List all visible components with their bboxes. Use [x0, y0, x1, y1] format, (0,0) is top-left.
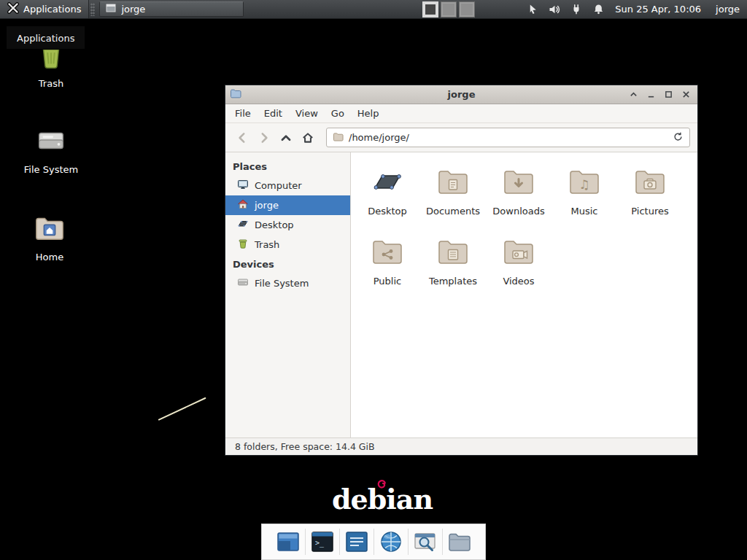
- drive-icon: [237, 276, 249, 290]
- desktop-surface-icon: [237, 218, 249, 232]
- menu-go[interactable]: Go: [325, 106, 351, 121]
- folder-public[interactable]: Public: [355, 234, 420, 304]
- window-body: Places Computer jorge Desktop: [225, 152, 697, 438]
- sidebar-item-label: Desktop: [255, 219, 294, 230]
- wallpaper-scratch-line: [158, 397, 206, 421]
- desktop-surface-icon: [370, 164, 405, 202]
- tray-window-frame-icon[interactable]: [422, 1, 438, 18]
- maximize-button[interactable]: [661, 88, 676, 102]
- menu-view[interactable]: View: [289, 106, 325, 121]
- clock[interactable]: Sun 25 Apr, 10:06: [615, 4, 701, 15]
- reload-icon[interactable]: [673, 131, 684, 144]
- panel-right-area: Sun 25 Apr, 10:06 jorge: [422, 1, 747, 18]
- statusbar: 8 folders, Free space: 14.4 GiB: [225, 438, 697, 455]
- desktop-icon-label: File System: [24, 164, 78, 175]
- drive-icon: [34, 124, 68, 160]
- volume-icon[interactable]: [548, 3, 561, 16]
- shade-button[interactable]: [626, 88, 640, 102]
- minimize-button[interactable]: [643, 88, 658, 102]
- window-controls: [626, 88, 693, 102]
- globe-icon: [378, 529, 404, 555]
- debian-swirl-icon: [375, 479, 387, 491]
- downloads-folder-icon: [501, 164, 536, 202]
- show-desktop-launcher[interactable]: [271, 526, 305, 558]
- terminal-launcher[interactable]: >_: [306, 526, 339, 558]
- toolbar: /home/jorge/: [225, 123, 697, 152]
- taskbar-window-icon: [106, 3, 116, 15]
- taskbar-window-button[interactable]: jorge: [99, 1, 244, 17]
- system-tray: [422, 1, 475, 18]
- sidebar: Places Computer jorge Desktop: [225, 152, 351, 438]
- folder-downloads[interactable]: Downloads: [486, 164, 551, 234]
- debian-logo: debian: [332, 483, 427, 518]
- folder-templates[interactable]: Templates: [420, 234, 486, 304]
- forward-button[interactable]: [255, 128, 274, 147]
- folder-label: Videos: [503, 276, 534, 287]
- menubar: File Edit View Go Help: [225, 104, 697, 123]
- menu-help[interactable]: Help: [351, 106, 386, 121]
- menu-file[interactable]: File: [228, 106, 258, 121]
- sidebar-item-file-system[interactable]: File System: [225, 273, 350, 293]
- sidebar-item-label: jorge: [255, 200, 279, 211]
- sidebar-item-trash[interactable]: Trash: [225, 235, 350, 254]
- web-browser-launcher[interactable]: [374, 526, 408, 558]
- desktop-icon-label: Home: [36, 252, 63, 262]
- trash-icon: [237, 238, 249, 252]
- folder-label: Documents: [426, 206, 480, 217]
- home-button[interactable]: [298, 128, 317, 147]
- text-terminal-icon: [344, 529, 370, 555]
- svg-text:>_: >_: [315, 539, 325, 548]
- folder-icon: [446, 529, 473, 555]
- desktop-icon-label: Trash: [39, 78, 63, 89]
- menu-edit[interactable]: Edit: [258, 106, 289, 121]
- folder-label: Music: [571, 206, 598, 217]
- documents-folder-icon: [436, 164, 471, 202]
- file-icon-view: Desktop Documents: [351, 152, 697, 438]
- up-button[interactable]: [276, 128, 295, 147]
- sidebar-item-label: Trash: [255, 239, 279, 250]
- videos-folder-icon: [501, 234, 536, 272]
- application-finder-launcher[interactable]: [409, 526, 442, 558]
- folder-music[interactable]: ♫ Music: [551, 164, 617, 234]
- sidebar-item-desktop[interactable]: Desktop: [225, 215, 350, 235]
- sidebar-item-jorge[interactable]: jorge: [225, 195, 350, 215]
- sidebar-item-computer[interactable]: Computer: [225, 176, 350, 195]
- applications-menu-label: Applications: [23, 4, 81, 15]
- file-manager-launcher[interactable]: [443, 526, 476, 558]
- bottom-dock: >_: [261, 524, 486, 560]
- folder-desktop[interactable]: Desktop: [355, 164, 420, 234]
- path-text[interactable]: /home/jorge/: [349, 132, 667, 143]
- file-manager-window: jorge File Edit View Go Help: [225, 85, 698, 456]
- back-button[interactable]: [233, 128, 252, 147]
- sidebar-item-label: Computer: [255, 180, 302, 191]
- panel-separator-handle: [90, 3, 95, 16]
- session-user-label[interactable]: jorge: [716, 4, 740, 15]
- location-bar[interactable]: /home/jorge/: [326, 128, 690, 147]
- xfce-logo-icon: [7, 2, 19, 16]
- folder-videos[interactable]: Videos: [486, 234, 551, 304]
- desktop-icon-file-system[interactable]: File System: [15, 124, 88, 175]
- places-header: Places: [225, 157, 350, 176]
- show-desktop-icon: [275, 529, 301, 555]
- close-button[interactable]: [678, 88, 693, 102]
- public-folder-icon: [370, 234, 405, 272]
- pictures-folder-icon: [632, 164, 667, 202]
- desktop-icon-home[interactable]: Home: [13, 211, 86, 262]
- folder-label: Desktop: [368, 206, 407, 217]
- folder-documents[interactable]: Documents: [420, 164, 486, 234]
- svg-text:♫: ♫: [578, 177, 589, 192]
- home-folder-icon: [33, 211, 66, 248]
- bell-icon[interactable]: [592, 3, 605, 16]
- folder-label: Templates: [429, 276, 477, 287]
- window-titlebar[interactable]: jorge: [225, 85, 697, 104]
- computer-icon: [237, 179, 249, 192]
- folder-pictures[interactable]: Pictures: [617, 164, 683, 234]
- tray-app-square-icon[interactable]: [441, 1, 457, 18]
- text-terminal-launcher[interactable]: [340, 526, 374, 558]
- path-folder-icon: [333, 131, 344, 144]
- applications-menu-button[interactable]: Applications: [0, 0, 89, 18]
- tray-app-square-icon[interactable]: [459, 1, 475, 18]
- folder-label: Downloads: [492, 206, 544, 217]
- pointer-icon[interactable]: [526, 3, 539, 16]
- power-plug-icon[interactable]: [570, 3, 583, 16]
